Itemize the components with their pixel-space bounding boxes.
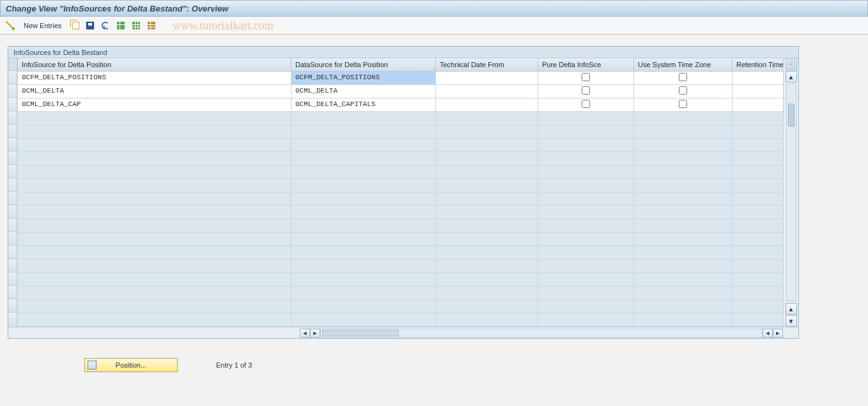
empty-cell[interactable] — [18, 192, 291, 205]
cell[interactable]: 0CML_DELTA_CAPITALS — [291, 98, 436, 111]
empty-cell[interactable] — [538, 313, 634, 326]
empty-cell[interactable] — [538, 111, 634, 125]
system-timezone-checkbox[interactable] — [679, 73, 687, 81]
empty-cell[interactable] — [291, 111, 436, 125]
empty-cell[interactable] — [538, 232, 634, 246]
empty-cell[interactable] — [538, 259, 634, 272]
empty-cell[interactable] — [436, 192, 538, 205]
empty-cell[interactable] — [634, 205, 732, 219]
row-selector[interactable] — [8, 313, 17, 326]
hscroll-left-button[interactable]: ◄ — [300, 329, 310, 338]
row-selector[interactable] — [8, 232, 17, 246]
cell[interactable] — [732, 84, 784, 98]
empty-cell[interactable] — [18, 165, 291, 178]
empty-cell[interactable] — [291, 205, 436, 219]
empty-cell[interactable] — [634, 125, 732, 138]
empty-cell[interactable] — [436, 246, 538, 259]
empty-cell[interactable] — [18, 232, 291, 246]
empty-cell[interactable] — [291, 178, 436, 192]
empty-cell[interactable] — [538, 299, 634, 313]
copy-button[interactable] — [68, 19, 81, 32]
cell[interactable] — [634, 84, 732, 98]
row-selector[interactable] — [8, 165, 17, 178]
empty-cell[interactable] — [634, 192, 732, 205]
empty-cell[interactable] — [291, 165, 436, 178]
empty-cell[interactable] — [291, 286, 436, 299]
cell[interactable]: 0CML_DELTA — [291, 84, 436, 98]
empty-cell[interactable] — [634, 178, 732, 192]
cell[interactable] — [634, 98, 732, 111]
empty-cell[interactable] — [732, 219, 784, 232]
cell[interactable] — [538, 98, 634, 111]
empty-cell[interactable] — [291, 299, 436, 313]
cell[interactable] — [538, 84, 634, 98]
empty-cell[interactable] — [732, 152, 784, 165]
empty-cell[interactable] — [436, 178, 538, 192]
empty-cell[interactable] — [732, 192, 784, 205]
toggle-change-button[interactable] — [4, 19, 17, 32]
empty-cell[interactable] — [436, 125, 538, 138]
empty-cell[interactable] — [732, 259, 784, 272]
empty-cell[interactable] — [18, 313, 291, 326]
empty-cell[interactable] — [18, 205, 291, 219]
empty-cell[interactable] — [291, 219, 436, 232]
empty-cell[interactable] — [436, 259, 538, 272]
empty-cell[interactable] — [291, 259, 436, 272]
col-header-retention[interactable]: Retention Time — [732, 58, 784, 71]
cell[interactable] — [634, 71, 732, 84]
cell[interactable] — [436, 71, 538, 84]
empty-cell[interactable] — [732, 286, 784, 299]
empty-cell[interactable] — [18, 299, 291, 313]
empty-cell[interactable] — [732, 246, 784, 259]
empty-cell[interactable] — [538, 165, 634, 178]
empty-cell[interactable] — [634, 111, 732, 125]
empty-cell[interactable] — [436, 111, 538, 125]
cell[interactable] — [436, 84, 538, 98]
empty-cell[interactable] — [634, 165, 732, 178]
empty-cell[interactable] — [732, 232, 784, 246]
save-button[interactable] — [84, 19, 97, 32]
empty-cell[interactable] — [538, 192, 634, 205]
empty-cell[interactable] — [291, 272, 436, 286]
empty-cell[interactable] — [436, 219, 538, 232]
col-header-techdate[interactable]: Technical Date From — [436, 58, 538, 71]
empty-cell[interactable] — [538, 125, 634, 138]
hscroll-right-button[interactable]: ► — [310, 329, 320, 338]
row-selector[interactable] — [8, 138, 17, 152]
cell[interactable]: 0CML_DELTA — [18, 84, 291, 98]
vertical-scroll-thumb[interactable] — [788, 104, 794, 127]
hscroll-left2-button[interactable]: ◄ — [763, 329, 773, 338]
pure-delta-checkbox[interactable] — [582, 73, 590, 81]
empty-cell[interactable] — [538, 246, 634, 259]
empty-cell[interactable] — [634, 299, 732, 313]
empty-cell[interactable] — [634, 246, 732, 259]
scroll-top-button[interactable]: ▲ — [786, 71, 797, 82]
empty-cell[interactable] — [634, 272, 732, 286]
row-selector[interactable] — [8, 205, 17, 219]
empty-cell[interactable] — [436, 286, 538, 299]
empty-cell[interactable] — [291, 125, 436, 138]
empty-cell[interactable] — [18, 246, 291, 259]
col-header-systimezone[interactable]: Use System Time Zone — [634, 58, 732, 71]
empty-cell[interactable] — [732, 205, 784, 219]
empty-cell[interactable] — [634, 259, 732, 272]
col-header-puredelta[interactable]: Pure Delta InfoSce — [538, 58, 634, 71]
empty-cell[interactable] — [538, 138, 634, 152]
row-selector[interactable] — [8, 84, 17, 98]
empty-cell[interactable] — [436, 152, 538, 165]
empty-cell[interactable] — [732, 125, 784, 138]
empty-cell[interactable] — [732, 165, 784, 178]
empty-cell[interactable] — [18, 286, 291, 299]
empty-cell[interactable] — [436, 165, 538, 178]
row-selector[interactable] — [8, 299, 17, 313]
empty-cell[interactable] — [538, 272, 634, 286]
cell[interactable] — [732, 71, 784, 84]
empty-cell[interactable] — [634, 152, 732, 165]
col-header-datasource[interactable]: DataSource for Delta Position — [291, 58, 436, 71]
row-selector[interactable] — [8, 246, 17, 259]
empty-cell[interactable] — [538, 219, 634, 232]
col-header-infosource[interactable]: InfoSource for Delta Position — [18, 58, 291, 71]
empty-cell[interactable] — [18, 125, 291, 138]
pure-delta-checkbox[interactable] — [582, 100, 590, 108]
empty-cell[interactable] — [18, 272, 291, 286]
